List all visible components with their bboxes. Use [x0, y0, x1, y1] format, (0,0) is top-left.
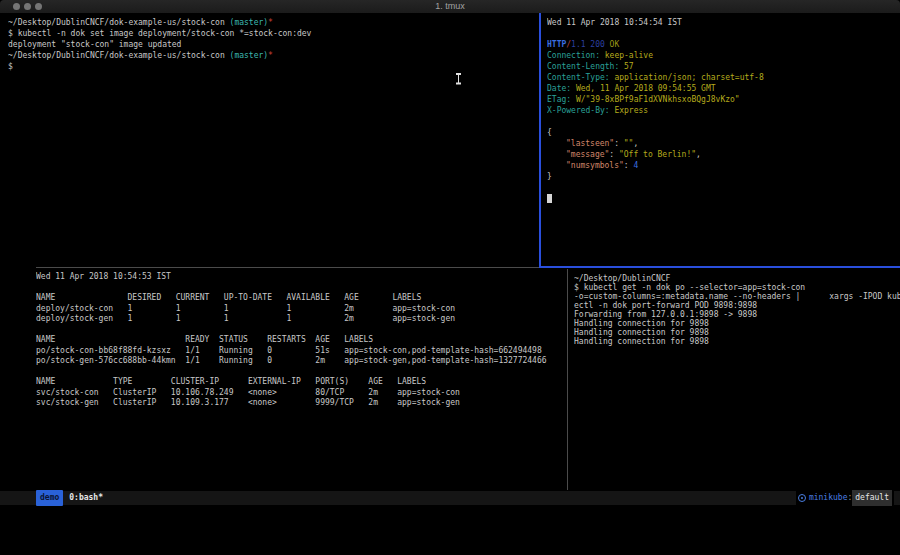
header-name: ETag: [547, 95, 571, 104]
header-value: keep-alive [605, 51, 653, 60]
window-title-bar[interactable]: 1. tmux [0, 0, 900, 14]
git-dirty-marker: * [268, 51, 273, 60]
json-key: "numsymbols" [566, 161, 624, 170]
pane-bottom-right[interactable]: ~/Desktop/DublinCNCF $ kubectl get -n do… [574, 274, 900, 346]
json-entry: "numsymbols":4 [547, 160, 897, 171]
json-entry: "lastseen":"", [547, 138, 897, 149]
http-header-row: X-Powered-By:Express [547, 105, 897, 116]
blank-line [547, 182, 897, 193]
pane-top-left[interactable]: ~/Desktop/DublinCNCF/dok-example-us/stoc… [8, 17, 536, 72]
kube-context: minikube [809, 491, 848, 505]
json-colon: : [614, 139, 619, 148]
command-set-image: $ kubectl -n dok set image deployment/st… [8, 28, 536, 39]
json-value: "Off to Berlin!" [619, 150, 696, 159]
port-forward-log: ~/Desktop/DublinCNCF $ kubectl get -n do… [574, 274, 900, 346]
shell-prompt-line: ~/Desktop/DublinCNCF/dok-example-us/stoc… [8, 50, 536, 61]
pane-divider-horizontal-active[interactable] [539, 266, 900, 268]
header-value: Express [614, 106, 648, 115]
http-version-and-code: 1.1 200 [571, 40, 605, 49]
pane-divider-vertical-bottom[interactable] [567, 269, 568, 490]
kubernetes-helm-icon [798, 494, 806, 502]
json-close-brace: } [547, 171, 897, 182]
pane-bottom-left[interactable]: Wed 11 Apr 2018 10:54:53 IST NAME DESIRE… [36, 272, 558, 409]
status-left: demo 0:bash* [36, 491, 103, 505]
terminal-window: 1. tmux ~/Desktop/DublinCNCF/dok-example… [0, 0, 900, 555]
timestamp: Wed 11 Apr 2018 10:54:54 IST [547, 17, 897, 28]
status-right: minikube : default [796, 491, 894, 505]
timestamp: Wed 11 Apr 2018 10:54:53 IST [36, 272, 558, 283]
terminal-content: ~/Desktop/DublinCNCF/dok-example-us/stoc… [0, 13, 900, 491]
header-name: X-Powered-By: [547, 106, 610, 115]
command-output: deployment "stock-con" image updated [8, 39, 536, 50]
json-open-brace: { [547, 127, 897, 138]
shell-prompt: $ [8, 61, 536, 72]
json-value: 4 [633, 161, 638, 170]
header-name: Content-Length: [547, 62, 619, 71]
http-header-row: Connection:keep-alive [547, 50, 897, 61]
http-header-row: ETag:W/"39-8xBPf9aF1dXVNkhsxoBQgJ8vKzo" [547, 94, 897, 105]
blank-line [547, 116, 897, 127]
json-value: "" [624, 139, 634, 148]
json-comma: , [696, 150, 701, 159]
prompt-path: ~/Desktop/DublinCNCF/dok-example-us/stoc… [8, 18, 230, 27]
kube-namespace: default [852, 490, 892, 506]
tmux-status-bar: demo 0:bash* minikube : default [0, 491, 900, 505]
json-comma: , [633, 139, 638, 148]
pods-table: NAME READY STATUS RESTARTS AGE LABELS po… [36, 335, 558, 367]
pane-top-right-active[interactable]: Wed 11 Apr 2018 10:54:54 IST HTTP/1.1 20… [547, 17, 897, 204]
header-name: Date: [547, 84, 571, 93]
git-branch: (master) [230, 18, 269, 27]
prompt-path: ~/Desktop/DublinCNCF/dok-example-us/stoc… [8, 51, 230, 60]
window-tab-bash[interactable]: 0:bash* [69, 491, 103, 505]
terminal-cursor [547, 194, 552, 203]
shell-prompt-line: ~/Desktop/DublinCNCF/dok-example-us/stoc… [8, 17, 536, 28]
pane-divider-vertical-top[interactable] [539, 13, 541, 267]
json-key: "lastseen" [566, 139, 614, 148]
http-protocol: HTTP [547, 40, 566, 49]
http-status-line: HTTP/1.1 200OK [547, 39, 897, 50]
header-value: W/"39-8xBPf9aF1dXVNkhsxoBQgJ8vKzo" [576, 95, 740, 104]
git-dirty-marker: * [268, 18, 273, 27]
mouse-ibeam-cursor [455, 73, 462, 84]
services-table: NAME TYPE CLUSTER-IP EXTERNAL-IP PORT(S)… [36, 377, 558, 409]
header-name: Content-Type: [547, 73, 610, 82]
git-branch: (master) [230, 51, 269, 60]
http-header-row: Date:Wed, 11 Apr 2018 09:54:55 GMT [547, 83, 897, 94]
header-value: application/json; charset=utf-8 [614, 73, 763, 82]
json-key: "message" [566, 150, 609, 159]
cursor-line [547, 193, 897, 204]
header-value: Wed, 11 Apr 2018 09:54:55 GMT [576, 84, 716, 93]
blank-line [36, 367, 558, 378]
session-name-badge: demo [36, 490, 63, 506]
http-header-row: Content-Length:57 [547, 61, 897, 72]
http-reason: OK [610, 40, 620, 49]
http-header-row: Content-Type:application/json; charset=u… [547, 72, 897, 83]
pane-divider-horizontal[interactable] [36, 267, 539, 268]
window-title: 1. tmux [0, 0, 900, 13]
header-name: Connection: [547, 51, 600, 60]
blank-line [36, 283, 558, 294]
json-colon: : [624, 161, 629, 170]
json-colon: : [609, 150, 614, 159]
blank-line [36, 325, 558, 336]
header-value: 57 [624, 62, 634, 71]
deployments-table: NAME DESIRED CURRENT UP-TO-DATE AVAILABL… [36, 293, 558, 325]
blank-line [547, 28, 897, 39]
json-entry: "message":"Off to Berlin!", [547, 149, 897, 160]
